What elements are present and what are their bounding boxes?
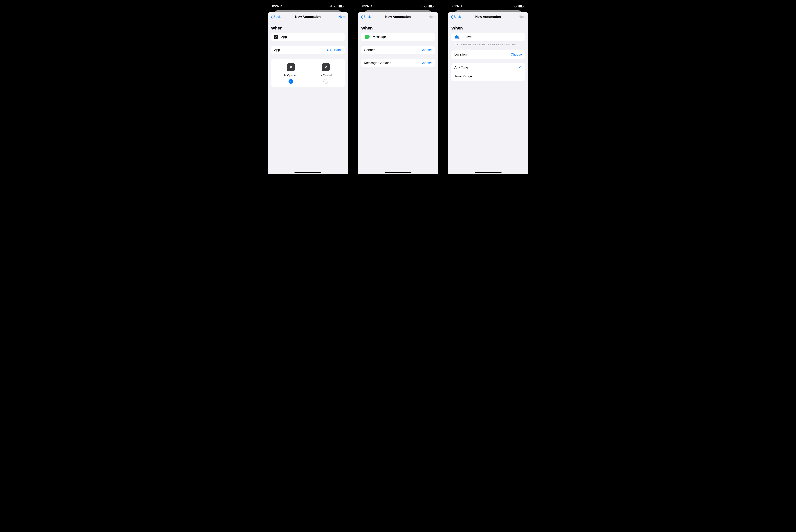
leave-home-icon xyxy=(454,34,460,40)
home-indicator[interactable] xyxy=(475,172,502,173)
closed-label: Is Closed xyxy=(320,74,332,77)
next-button[interactable]: Next xyxy=(332,15,345,19)
next-button: Next xyxy=(512,15,526,19)
opened-radio[interactable] xyxy=(289,79,293,84)
phone-screen-message-trigger: 8:26 Back New Automation Next When xyxy=(358,2,438,174)
back-button[interactable]: Back xyxy=(360,15,374,19)
cellular-icon xyxy=(329,5,332,7)
phone-screen-leave-trigger: 8:26 Back New Automation Next When xyxy=(448,2,528,174)
svg-rect-6 xyxy=(343,6,344,7)
trigger-row[interactable]: Message xyxy=(361,33,435,41)
nav-bar: Back New Automation Next xyxy=(448,12,528,21)
trigger-row[interactable]: Leave xyxy=(451,33,525,41)
home-indicator[interactable] xyxy=(384,172,412,173)
back-button[interactable]: Back xyxy=(270,15,284,19)
is-opened-option[interactable]: Is Opened xyxy=(284,63,297,84)
wifi-icon xyxy=(424,5,427,7)
svg-rect-13 xyxy=(433,6,434,7)
nav-bar: Back New Automation Next xyxy=(358,12,438,21)
svg-rect-17 xyxy=(512,5,512,7)
svg-point-21 xyxy=(458,37,459,38)
svg-rect-7 xyxy=(419,6,419,7)
closed-radio[interactable] xyxy=(323,79,328,84)
timerange-row[interactable]: Time Range xyxy=(451,72,525,81)
nav-title: New Automation xyxy=(295,15,321,19)
nav-title: New Automation xyxy=(385,15,411,19)
anytime-row[interactable]: Any Time xyxy=(451,63,525,72)
app-selector-row[interactable]: App U.S. Bank xyxy=(271,45,345,54)
contains-label: Message Contains xyxy=(364,61,418,65)
battery-icon xyxy=(338,5,344,7)
nav-bar: Back New Automation Next xyxy=(268,12,348,21)
anytime-label: Any Time xyxy=(454,66,515,70)
back-label: Back xyxy=(454,15,461,19)
opened-label: Is Opened xyxy=(284,74,297,77)
phone-screen-app-trigger: 8:26 Back New Automation Next When xyxy=(268,2,348,174)
trigger-label: Message xyxy=(373,35,432,39)
svg-rect-5 xyxy=(339,5,342,7)
status-time: 8:26 xyxy=(272,4,279,8)
location-choose: Choose xyxy=(510,53,522,57)
status-time: 8:26 xyxy=(362,4,369,8)
svg-rect-2 xyxy=(330,5,331,7)
modal-sheet: Back New Automation Next When xyxy=(448,12,528,174)
svg-rect-10 xyxy=(421,5,422,7)
wifi-icon xyxy=(514,5,517,7)
location-arrow-icon xyxy=(279,5,282,7)
back-button[interactable]: Back xyxy=(451,15,464,19)
svg-rect-15 xyxy=(510,6,510,7)
sender-row[interactable]: Sender Choose xyxy=(361,45,435,54)
trigger-row[interactable]: App xyxy=(271,33,345,41)
back-label: Back xyxy=(273,15,281,19)
app-selector-label: App xyxy=(274,48,324,52)
trigger-label: Leave xyxy=(463,35,522,39)
next-button: Next xyxy=(422,15,436,19)
status-bar: 8:26 xyxy=(358,2,438,10)
svg-rect-9 xyxy=(421,5,421,7)
sender-choose: Choose xyxy=(420,48,432,52)
opened-icon xyxy=(287,63,295,71)
status-bar: 8:26 xyxy=(268,2,348,10)
cellular-icon xyxy=(509,5,513,7)
svg-rect-12 xyxy=(429,5,432,7)
svg-rect-8 xyxy=(420,6,420,7)
svg-rect-1 xyxy=(329,6,330,7)
cellular-icon xyxy=(419,5,422,7)
location-arrow-icon xyxy=(369,5,372,7)
status-bar: 8:26 xyxy=(448,2,528,10)
battery-icon xyxy=(428,5,434,7)
closed-icon xyxy=(322,63,330,71)
svg-rect-14 xyxy=(509,6,509,7)
chevron-left-icon xyxy=(270,15,273,19)
timerange-label: Time Range xyxy=(454,75,522,78)
message-contains-row[interactable]: Message Contains Choose xyxy=(361,59,435,68)
chevron-left-icon xyxy=(360,15,363,19)
nav-title: New Automation xyxy=(475,15,501,19)
app-shortcut-icon xyxy=(274,35,278,39)
location-label: Location xyxy=(454,53,508,57)
contains-choose: Choose xyxy=(420,61,432,65)
status-time: 8:26 xyxy=(452,4,459,8)
location-footnote: This automation is controlled by the loc… xyxy=(451,43,525,46)
svg-rect-20 xyxy=(523,6,524,7)
sender-label: Sender xyxy=(364,48,418,52)
checkmark-icon xyxy=(518,65,522,70)
location-row[interactable]: Location Choose xyxy=(451,50,525,59)
modal-sheet: Back New Automation Next When Message Se… xyxy=(358,12,438,174)
location-arrow-icon xyxy=(460,5,463,7)
chevron-left-icon xyxy=(451,15,453,19)
svg-rect-16 xyxy=(511,5,511,7)
battery-icon xyxy=(519,5,524,7)
when-header: When xyxy=(271,26,345,31)
wifi-icon xyxy=(333,5,337,7)
modal-sheet: Back New Automation Next When App xyxy=(268,12,348,174)
trigger-label: App xyxy=(281,35,342,39)
is-closed-option[interactable]: Is Closed xyxy=(320,63,332,84)
svg-rect-0 xyxy=(329,6,329,7)
svg-rect-19 xyxy=(519,5,522,7)
app-state-toggles: Is Opened Is Closed xyxy=(271,59,345,87)
svg-rect-3 xyxy=(331,5,332,7)
home-indicator[interactable] xyxy=(294,172,321,173)
app-selector-value: U.S. Bank xyxy=(327,48,342,52)
when-header: When xyxy=(361,26,435,31)
